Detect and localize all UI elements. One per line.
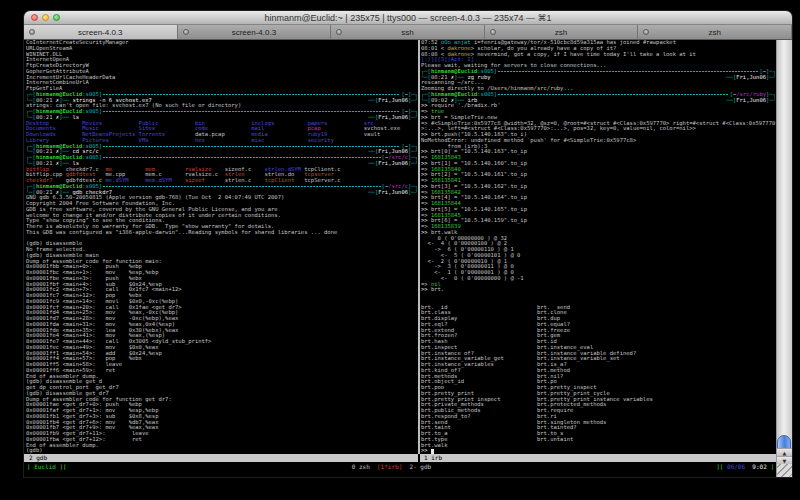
status-hostname: [ Euclid ][ [24,462,67,471]
text-cursor [431,449,434,454]
traffic-lights [31,14,60,21]
zoom-button[interactable] [53,14,60,21]
status-window-list: 0 zsh [1*irb] 2- gdb [67,462,716,471]
tab-close-icon[interactable] [183,29,189,35]
tab-close-icon[interactable] [336,29,342,35]
screen-status-line: [ Euclid ][ 0 zsh [1*irb] 2- gdb ][ 06/0… [24,462,776,471]
terminal-window: hinmanm@Euclid:~ | 235x75 | ttys000 — sc… [24,11,792,477]
scroll-up-icon[interactable]: ▲ [776,448,792,456]
close-button[interactable] [31,14,38,21]
tab-close-icon[interactable] [490,29,496,35]
tab-label: screen-4.0.3 [78,28,122,37]
pane-divider [418,40,420,454]
tab-ssh[interactable]: ssh [331,25,485,39]
tab-zsh[interactable]: zsh [485,25,639,39]
screen-caption-left: 2 gdb [24,454,418,462]
scrollbar-track[interactable] [776,40,792,448]
tab-bar: screen-4.0.3screen-4.0.3sshzshzsh [24,25,792,40]
tab-label: zsh [555,28,567,37]
tab-zsh[interactable]: zsh [638,25,792,39]
tab-label: zsh [708,28,720,37]
tab-label: ssh [401,28,413,37]
tab-screen-4.0.3[interactable]: screen-4.0.3 [178,25,332,39]
tab-screen-4.0.3[interactable]: screen-4.0.3 [24,25,178,39]
screen-caption-right: 1 irb [420,454,776,462]
desktop: hinmanm@Euclid:~ | 235x75 | ttys000 — sc… [0,0,800,500]
tab-close-icon[interactable] [29,29,35,35]
terminal-pane-left[interactable]: CoInternetCreateSecurityManagerURLOpenSt… [26,40,418,454]
resize-grip-icon[interactable] [776,464,792,477]
status-clock: ][ 06/06 9:02 ] [716,462,776,471]
tab-label: screen-4.0.3 [232,28,276,37]
window-titlebar[interactable]: hinmanm@Euclid:~ | 235x75 | ttys000 — sc… [24,11,792,25]
tab-close-icon[interactable] [643,29,649,35]
minimize-button[interactable] [42,14,49,21]
scroll-down-icon[interactable]: ▼ [776,456,792,464]
window-title: hinmanm@Euclid:~ | 235x75 | ttys000 — sc… [24,13,792,23]
terminal-pane-right[interactable]: 07:52 oOo anjat i=fenris@gateway/tor/x-5… [421,40,776,454]
